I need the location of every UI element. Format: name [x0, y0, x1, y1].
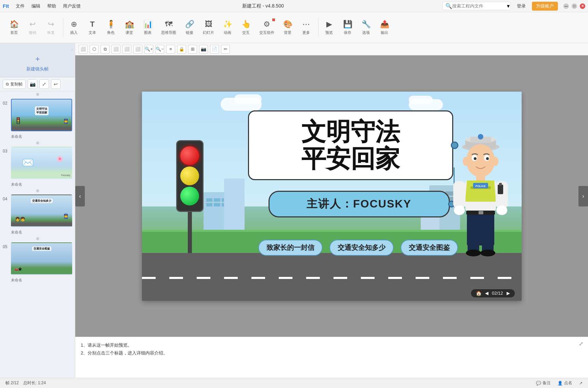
point-icon: 👤 — [558, 381, 563, 386]
toolbar-mindmap[interactable]: 🗺 思维导图 — [158, 18, 180, 37]
copy-frame-button[interactable]: ⧉ 复制帧 — [3, 80, 26, 89]
camera-button[interactable]: 📷 — [28, 79, 37, 89]
canvas-area: ⬜ ⬡ ⧉ ⬜ ⬜ ⬜ 🔍+ 🔍− ≡ 🔒 ⊞ 📷 📄 ✏ ‹ — [75, 43, 588, 378]
shape-rect-tool[interactable]: ⬜ — [79, 45, 88, 54]
toolbar-redo[interactable]: ↪ 恢复 — [42, 18, 60, 37]
align-tool[interactable]: ≡ — [166, 45, 175, 54]
shape-frame-tool[interactable]: ⬜ — [133, 45, 142, 54]
options-icon: 🔧 — [362, 20, 371, 29]
fit-button[interactable]: ⤢ — [39, 79, 49, 89]
zoom-out-tool[interactable]: 🔍− — [155, 45, 164, 54]
toolbar-save[interactable]: 💾 保存 — [339, 18, 356, 37]
toolbar-lesson[interactable]: 🏫 课堂 — [121, 18, 138, 37]
svg-point-5 — [466, 144, 495, 177]
menu-feedback[interactable]: 用户反馈 — [60, 2, 83, 11]
slide-thumb-03[interactable]: ✉️ 🌸 Focusky — [11, 147, 72, 179]
new-frame-button[interactable]: ↕ ＋ 新建镜头帧 — [0, 43, 75, 77]
maximize-button[interactable]: □ — [572, 3, 577, 9]
toolbar-more[interactable]: ⋯ 更多 — [298, 18, 315, 37]
shape-hex-tool[interactable]: ⬡ — [90, 45, 99, 54]
background-icon: 🎨 — [283, 20, 292, 29]
svg-point-8 — [474, 157, 476, 160]
home-label: 首页 — [10, 30, 18, 35]
counter-next-icon[interactable]: ▶ — [507, 291, 510, 296]
point-button[interactable]: 👤 点名 — [558, 380, 572, 386]
thumb-child-04: 👧🧒 — [15, 217, 25, 222]
close-button[interactable]: ✕ — [580, 3, 585, 9]
thumb-content-02: 文明守法平安回家 🚦 👮 — [12, 99, 71, 131]
toolbar-export[interactable]: 📤 输出 — [376, 18, 393, 37]
text-icon: T — [90, 20, 94, 29]
lock-tool[interactable]: 🔒 — [177, 45, 186, 54]
window-title: 新建工程 - v4.8.500 — [242, 3, 284, 9]
upgrade-button[interactable]: 升级账户 — [532, 2, 558, 11]
notes-area[interactable]: 1、请从这一帧开始预览。 2、分别点击三个标题，进入详细内容介绍。 ⤢ — [75, 337, 588, 378]
menu-edit[interactable]: 编辑 — [29, 2, 43, 11]
zoom-in-tool[interactable]: 🔍+ — [144, 45, 153, 54]
search-box[interactable]: 🔍 ▾ — [442, 2, 511, 10]
notes-line1: 1、请从这一帧开始预览。 — [81, 341, 583, 349]
toolbar-slideshow[interactable]: 🖼 幻灯片 — [199, 18, 218, 37]
interact-component-label: 交互组件 — [259, 30, 274, 35]
nav-bubble-1[interactable]: 交通安全知多少 — [329, 240, 394, 256]
slide-next-button[interactable]: › — [578, 186, 588, 206]
toolbar-link[interactable]: 🔗 链接 — [181, 18, 198, 37]
thumb-content-04: 交通安全知多少 👮 👧🧒 — [12, 195, 71, 226]
comment-button[interactable]: 💬 备注 — [536, 380, 551, 386]
point-label: 点名 — [564, 380, 572, 386]
green-light — [180, 187, 199, 205]
grid-tool[interactable]: ⊞ — [188, 45, 197, 54]
svg-rect-25 — [468, 226, 479, 253]
total-time: 总时长: 1:24 — [23, 380, 46, 385]
share-button[interactable]: ↗ — [579, 381, 583, 386]
toolbar-options[interactable]: 🔧 选项 — [357, 18, 375, 37]
toolbar-text[interactable]: T 文本 — [84, 18, 101, 37]
counter-prev-icon[interactable]: ◀ — [485, 291, 488, 296]
toolbar-home[interactable]: 🏠 首页 — [5, 18, 23, 37]
edit-tool[interactable]: ✏ — [221, 45, 230, 54]
slide-thumb-02[interactable]: 文明守法平安回家 🚦 👮 — [11, 99, 72, 131]
snapshot-tool[interactable]: 📷 — [199, 45, 208, 54]
toolbar-interact[interactable]: 👆 交互 — [237, 18, 254, 37]
status-bar: 帧 2/12 总时长: 1:24 💬 备注 👤 点名 ↗ — [0, 378, 588, 388]
counter-text: 02/12 — [492, 291, 503, 296]
slide-thumb-05[interactable]: 交通安全图鉴 🚗🛣 — [11, 242, 72, 275]
thumb-road-05: 🚗🛣 — [14, 267, 22, 271]
toolbar-animation[interactable]: ✨ 动画 — [219, 18, 236, 37]
toolbar-preview[interactable]: ▶ 预览 — [321, 18, 338, 37]
shape-group-tool[interactable]: ⬜ — [122, 45, 131, 54]
title-bar: FIt 文件 编辑 帮助 用户反馈 新建工程 - v4.8.500 🔍 ▾ 登录… — [0, 0, 588, 12]
shape-copy-tool[interactable]: ⧉ — [101, 45, 109, 54]
login-button[interactable]: 登录 — [513, 2, 529, 11]
slide-prev-button[interactable]: ‹ — [75, 186, 85, 206]
notes-expand-icon[interactable]: ⤢ — [579, 340, 583, 347]
link-sidebar-button[interactable]: ↩ — [51, 79, 61, 89]
copy-doc-tool[interactable]: 📄 — [210, 45, 219, 54]
nav-bubble-0[interactable]: 致家长的一封信 — [258, 240, 323, 256]
toolbar-chart[interactable]: 📊 图表 — [139, 18, 156, 37]
slide-label-04: 未命名 — [3, 230, 72, 235]
main-layout: ↕ ＋ 新建镜头帧 ⧉ 复制帧 📷 ⤢ ↩ ⊕ 02 — [0, 43, 588, 378]
toolbar-interact-component[interactable]: ⚙ 交互组件 — [256, 18, 278, 37]
slideshow-icon: 🖼 — [205, 20, 212, 29]
toolbar-character[interactable]: 🧍 角色 — [102, 18, 119, 37]
toolbar-undo[interactable]: ↩ 撤销 — [24, 18, 41, 37]
nav-bubbles: 致家长的一封信 交通安全知多少 交通安全图鉴 — [258, 240, 458, 256]
menu-help[interactable]: 帮助 — [44, 2, 59, 11]
shape-paste-tool[interactable]: ⬜ — [112, 45, 120, 54]
menu-file[interactable]: 文件 — [13, 2, 27, 11]
search-input[interactable] — [452, 3, 507, 9]
toolbar-insert[interactable]: ⊕ 插入 — [65, 18, 82, 37]
svg-point-4 — [478, 134, 483, 139]
text-label: 文本 — [89, 30, 96, 35]
thumb-police: 👮 — [63, 118, 69, 124]
app-logo: FIt — [3, 3, 9, 9]
thumb-traffic-light: 🚦 — [14, 117, 22, 124]
slide-thumb-04[interactable]: 交通安全知多少 👮 👧🧒 — [11, 195, 72, 227]
toolbar-background[interactable]: 🎨 背景 — [279, 18, 296, 37]
canvas-toolbar: ⬜ ⬡ ⧉ ⬜ ⬜ ⬜ 🔍+ 🔍− ≡ 🔒 ⊞ 📷 📄 ✏ — [75, 43, 588, 55]
minimize-button[interactable]: — — [563, 3, 569, 9]
yellow-light — [180, 166, 199, 185]
search-dropdown-icon[interactable]: ▾ — [507, 3, 510, 9]
counter-home-icon[interactable]: 🏠 — [476, 291, 482, 296]
